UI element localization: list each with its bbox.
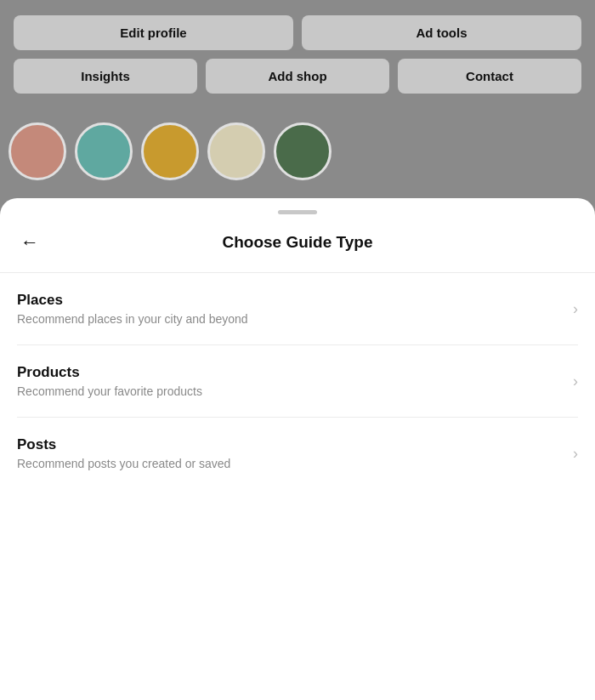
chevron-posts-icon: › xyxy=(573,445,578,463)
button-row-2: Insights Add shop Contact xyxy=(14,59,581,94)
sheet-header: ← Choose Guide Type xyxy=(0,221,595,272)
story-circle-5[interactable] xyxy=(274,122,332,180)
guide-list: Places Recommend places in your city and… xyxy=(0,273,595,489)
guide-item-places-content: Places Recommend places in your city and… xyxy=(17,292,564,326)
guide-item-products-desc: Recommend your favorite products xyxy=(17,384,564,398)
guide-item-products[interactable]: Products Recommend your favorite product… xyxy=(17,345,578,418)
story-circle-1[interactable] xyxy=(8,122,66,180)
story-circle-4[interactable] xyxy=(207,122,265,180)
drag-handle-area[interactable] xyxy=(0,198,595,221)
chevron-products-icon: › xyxy=(573,373,578,390)
drag-handle-bar xyxy=(278,210,317,214)
guide-item-products-content: Products Recommend your favorite product… xyxy=(17,364,564,398)
story-circle-2[interactable] xyxy=(75,122,133,180)
guide-item-places-title: Places xyxy=(17,292,564,309)
add-shop-button[interactable]: Add shop xyxy=(206,59,389,94)
top-buttons-area: Edit profile Ad tools Insights Add shop … xyxy=(0,0,595,94)
story-circle-3[interactable] xyxy=(141,122,199,180)
guide-item-places-desc: Recommend places in your city and beyond xyxy=(17,312,564,326)
guide-item-posts-content: Posts Recommend posts you created or sav… xyxy=(17,436,564,470)
bottom-sheet: ← Choose Guide Type Places Recommend pla… xyxy=(0,198,595,700)
button-row-1: Edit profile Ad tools xyxy=(14,15,581,50)
guide-item-places[interactable]: Places Recommend places in your city and… xyxy=(17,273,578,345)
guide-item-posts[interactable]: Posts Recommend posts you created or sav… xyxy=(17,418,578,489)
back-button[interactable]: ← xyxy=(17,230,42,255)
guide-item-posts-title: Posts xyxy=(17,436,564,453)
contact-button[interactable]: Contact xyxy=(398,59,581,94)
sheet-title: Choose Guide Type xyxy=(42,233,552,252)
insights-button[interactable]: Insights xyxy=(14,59,197,94)
edit-profile-button[interactable]: Edit profile xyxy=(14,15,293,50)
guide-item-products-title: Products xyxy=(17,364,564,381)
chevron-places-icon: › xyxy=(573,300,578,318)
guide-item-posts-desc: Recommend posts you created or saved xyxy=(17,457,564,470)
stories-circles-row xyxy=(0,111,595,192)
ad-tools-button[interactable]: Ad tools xyxy=(302,15,581,50)
